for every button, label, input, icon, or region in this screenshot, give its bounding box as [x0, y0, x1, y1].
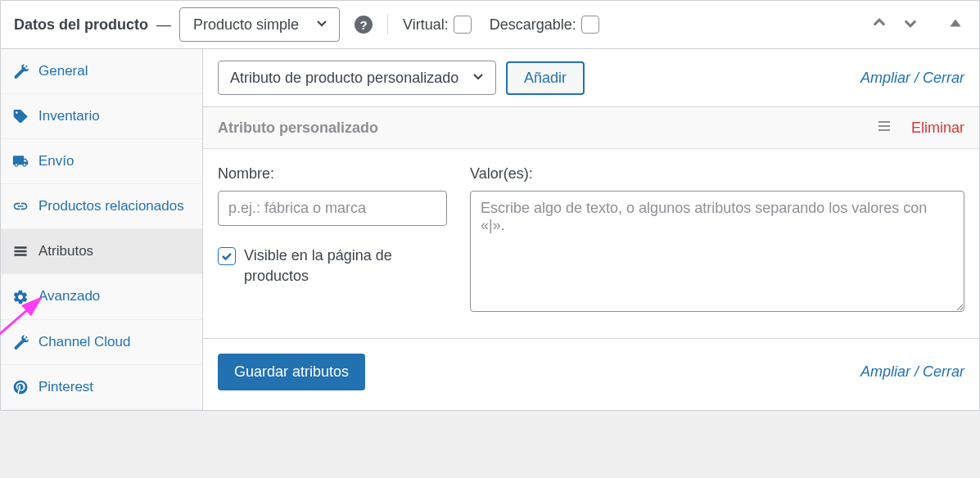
sidebar-item-label: Avanzado: [38, 287, 100, 305]
product-data-sidebar: General Inventario Envío Productos relac…: [1, 49, 203, 410]
attribute-type-select[interactable]: Atributo de producto personalizado: [218, 61, 496, 95]
wrench-icon: [12, 63, 29, 79]
expand-collapse-link[interactable]: Ampliar / Cerrar: [860, 70, 964, 87]
delete-attribute-link[interactable]: Eliminar: [911, 120, 964, 137]
sidebar-item-pinterest[interactable]: Pinterest: [1, 365, 202, 410]
visible-checkbox[interactable]: [218, 247, 236, 265]
link-icon: [12, 198, 29, 214]
sidebar-item-label: General: [38, 62, 88, 80]
attribute-values-textarea[interactable]: [470, 191, 964, 312]
gear-icon: [12, 289, 29, 305]
attribute-row-header[interactable]: Atributo personalizado Eliminar: [203, 107, 979, 149]
sidebar-item-label: Productos relacionados: [38, 197, 184, 215]
sidebar-item-atributos[interactable]: Atributos: [1, 229, 202, 274]
product-type-select[interactable]: Producto simple: [179, 7, 340, 42]
virtual-checkbox[interactable]: [454, 16, 472, 34]
list-icon: [12, 243, 29, 259]
panel-title: Datos del producto: [14, 16, 148, 34]
attribute-title: Atributo personalizado: [218, 120, 378, 137]
collapse-panel-icon[interactable]: [945, 12, 966, 37]
expand-collapse-link[interactable]: Ampliar / Cerrar: [860, 363, 964, 381]
pinterest-icon: [12, 379, 29, 395]
sidebar-item-general[interactable]: General: [1, 49, 202, 94]
attribute-name-input[interactable]: [218, 191, 447, 226]
sidebar-item-label: Inventario: [38, 107, 100, 125]
drag-handle-icon[interactable]: [877, 119, 892, 137]
wrench-icon: [12, 334, 29, 350]
sidebar-item-productos-relacionados[interactable]: Productos relacionados: [1, 184, 202, 229]
title-dash: —: [156, 16, 171, 34]
sidebar-item-label: Pinterest: [38, 378, 93, 396]
name-label: Nombre:: [218, 165, 447, 183]
virtual-label: Virtual:: [403, 16, 449, 34]
help-icon[interactable]: ?: [355, 16, 373, 34]
sidebar-item-label: Channel Cloud: [38, 333, 130, 351]
divider: [387, 14, 388, 35]
downloadable-checkbox[interactable]: [581, 16, 599, 34]
tag-icon: [12, 108, 29, 124]
main-content: Atributo de producto personalizado Añadi…: [203, 49, 979, 410]
move-down-icon[interactable]: [899, 11, 922, 38]
truck-icon: [12, 153, 29, 169]
add-attribute-button[interactable]: Añadir: [506, 61, 585, 95]
sidebar-item-label: Atributos: [38, 242, 93, 260]
values-label: Valor(es):: [470, 165, 964, 183]
sidebar-item-inventario[interactable]: Inventario: [1, 94, 202, 139]
sidebar-item-envio[interactable]: Envío: [1, 139, 202, 184]
move-up-icon[interactable]: [868, 11, 891, 38]
save-attributes-button[interactable]: Guardar atributos: [218, 354, 365, 390]
downloadable-label: Descargable:: [490, 16, 576, 34]
sidebar-item-channel-cloud[interactable]: Channel Cloud: [1, 320, 202, 365]
product-data-header: Datos del producto — Producto simple ? V…: [1, 1, 979, 49]
sidebar-item-label: Envío: [38, 152, 74, 170]
sidebar-item-avanzado[interactable]: Avanzado: [1, 274, 202, 319]
visible-checkbox-label: Visible en la página de productos: [244, 246, 447, 286]
